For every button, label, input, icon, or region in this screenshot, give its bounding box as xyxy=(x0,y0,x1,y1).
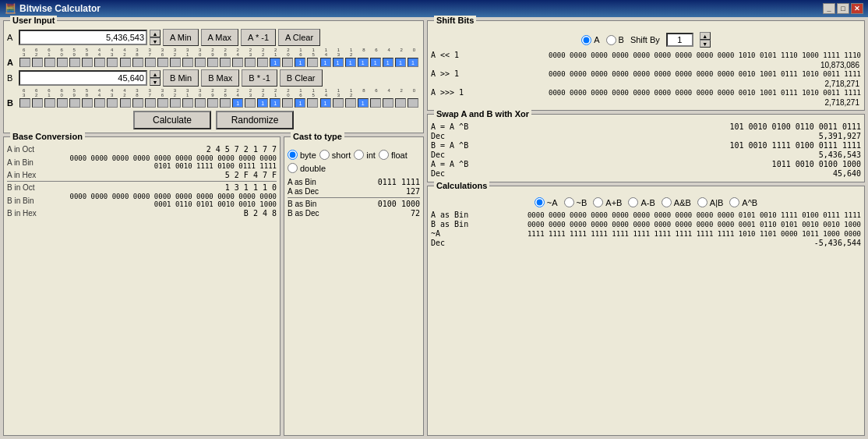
op-axorb-radio[interactable]: A^B xyxy=(729,197,757,207)
a-inv-button[interactable]: A * -1 xyxy=(241,29,276,46)
a-bit-13[interactable] xyxy=(182,58,193,67)
op-amb-radio[interactable]: A-B xyxy=(628,197,655,207)
a-bit-3[interactable] xyxy=(57,58,68,67)
minimize-button[interactable]: _ xyxy=(823,3,835,14)
b-bit-13[interactable] xyxy=(182,98,193,108)
b-spinner-down[interactable]: ▼ xyxy=(150,78,161,86)
op-aandb-radio[interactable]: A&B xyxy=(662,197,691,207)
type-double-option[interactable]: double xyxy=(288,163,326,173)
shift-spinner-down[interactable]: ▼ xyxy=(700,40,711,48)
a-spinner-down[interactable]: ▼ xyxy=(150,37,161,45)
a-max-button[interactable]: A Max xyxy=(201,29,239,46)
a-bit-7[interactable] xyxy=(107,58,118,67)
b-bit-31[interactable] xyxy=(408,98,418,108)
a-bit-29[interactable]: 1 xyxy=(383,58,393,67)
op-aorb-radio[interactable]: A|B xyxy=(697,197,724,207)
b-bit-16[interactable] xyxy=(220,98,231,108)
b-min-button[interactable]: B Min xyxy=(163,69,199,87)
a-bit-24[interactable]: 1 xyxy=(320,58,331,67)
a-bit-6[interactable] xyxy=(94,58,105,67)
b-bit-20[interactable]: 1 xyxy=(270,98,281,108)
b-bit-4[interactable] xyxy=(69,98,80,108)
type-byte-option[interactable]: byte xyxy=(288,150,316,160)
b-bit-7[interactable] xyxy=(107,98,118,108)
b-clear-button[interactable]: B Clear xyxy=(280,69,323,87)
b-bit-11[interactable] xyxy=(157,98,168,108)
a-bit-21[interactable] xyxy=(282,58,293,67)
a-bit-8[interactable] xyxy=(120,58,131,67)
b-bit-28[interactable] xyxy=(370,98,381,108)
a-min-button[interactable]: A Min xyxy=(163,29,199,46)
a-bit-14[interactable] xyxy=(195,58,206,67)
type-float-option[interactable]: float xyxy=(379,150,408,160)
b-bit-1[interactable] xyxy=(32,98,43,108)
b-bit-10[interactable] xyxy=(145,98,156,108)
a-bit-16[interactable] xyxy=(220,58,231,67)
a-bit-28[interactable]: 1 xyxy=(370,58,381,67)
b-bit-5[interactable] xyxy=(82,98,93,108)
a-bit-31[interactable]: 1 xyxy=(408,58,418,67)
b-bit-23[interactable] xyxy=(307,98,318,108)
a-bit-5[interactable] xyxy=(82,58,93,67)
b-max-button[interactable]: B Max xyxy=(201,69,239,87)
a-spinner-up[interactable]: ▲ xyxy=(150,30,161,37)
b-bit-14[interactable] xyxy=(195,98,206,108)
b-bit-9[interactable] xyxy=(132,98,143,108)
a-clear-button[interactable]: A Clear xyxy=(278,29,320,46)
a-bit-2[interactable] xyxy=(44,58,55,67)
b-input[interactable] xyxy=(19,70,147,86)
a-bit-22[interactable]: 1 xyxy=(295,58,305,67)
b-bit-19[interactable]: 1 xyxy=(257,98,268,108)
shift-b-radio[interactable]: B xyxy=(606,35,624,45)
a-bit-25[interactable]: 1 xyxy=(333,58,344,67)
a-bit-23[interactable] xyxy=(307,58,318,67)
type-int-option[interactable]: int xyxy=(354,150,376,160)
a-bit-11[interactable] xyxy=(157,58,168,67)
b-bit-0[interactable] xyxy=(19,98,30,108)
b-bit-21[interactable] xyxy=(282,98,293,108)
a-bit-18[interactable] xyxy=(245,58,256,67)
b-bit-6[interactable] xyxy=(94,98,105,108)
a-bit-15[interactable] xyxy=(207,58,218,67)
b-bit-3[interactable] xyxy=(57,98,68,108)
b-bit-18[interactable] xyxy=(245,98,256,108)
b-bit-8[interactable] xyxy=(120,98,131,108)
a-bit-30[interactable]: 1 xyxy=(395,58,406,67)
b-bit-30[interactable] xyxy=(395,98,406,108)
a-bit-26[interactable]: 1 xyxy=(345,58,356,67)
a-bit-10[interactable] xyxy=(145,58,156,67)
op-nota-radio[interactable]: ~A xyxy=(535,197,558,207)
op-apb-radio[interactable]: A+B xyxy=(593,197,622,207)
b-bit-15[interactable] xyxy=(207,98,218,108)
b-bit-17[interactable]: 1 xyxy=(232,98,243,108)
op-notb-radio[interactable]: ~B xyxy=(564,197,587,207)
a-bit-1[interactable] xyxy=(32,58,43,67)
b-bit-2[interactable] xyxy=(44,98,55,108)
close-button[interactable]: ✕ xyxy=(851,3,863,14)
a-bit-12[interactable] xyxy=(170,58,181,67)
a-bit-17[interactable] xyxy=(232,58,243,67)
b-bit-26[interactable] xyxy=(345,98,356,108)
type-short-option[interactable]: short xyxy=(319,150,351,160)
b-inv-button[interactable]: B * -1 xyxy=(242,69,277,87)
b-bit-24[interactable]: 1 xyxy=(320,98,331,108)
a-input[interactable] xyxy=(19,30,147,45)
maximize-button[interactable]: □ xyxy=(837,3,849,14)
a-bit-27[interactable]: 1 xyxy=(358,58,369,67)
a-bit-0[interactable] xyxy=(19,58,30,67)
a-bit-4[interactable] xyxy=(69,58,80,67)
b-bit-22[interactable]: 1 xyxy=(295,98,305,108)
b-spinner-up[interactable]: ▲ xyxy=(150,70,161,78)
shift-spinner-up[interactable]: ▲ xyxy=(700,32,711,40)
a-bit-9[interactable] xyxy=(132,58,143,67)
shift-a-radio[interactable]: A xyxy=(581,35,599,45)
calculate-button[interactable]: Calculate xyxy=(133,111,211,129)
randomize-button[interactable]: Randomize xyxy=(216,111,294,129)
a-bit-20[interactable]: 1 xyxy=(270,58,281,67)
b-bit-12[interactable] xyxy=(170,98,181,108)
b-bit-25[interactable] xyxy=(333,98,344,108)
a-bit-19[interactable] xyxy=(257,58,268,67)
b-bit-27[interactable]: 1 xyxy=(358,98,369,108)
shift-by-input[interactable] xyxy=(666,33,693,47)
b-bit-29[interactable] xyxy=(383,98,393,108)
